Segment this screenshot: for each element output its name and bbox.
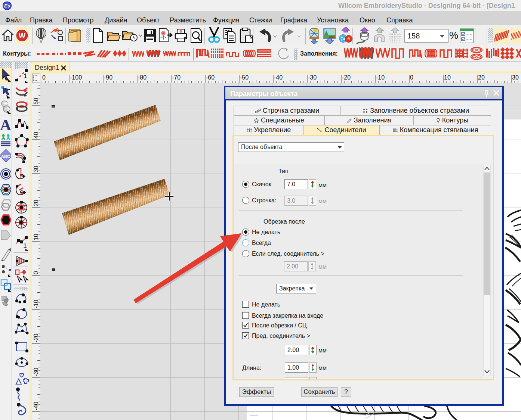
svg-text:-70: -70 bbox=[172, 74, 181, 81]
svg-text:-20: -20 bbox=[342, 74, 351, 81]
svg-text:-50: -50 bbox=[240, 74, 249, 81]
svg-text:30: 30 bbox=[512, 74, 519, 81]
svg-text:-30: -30 bbox=[33, 368, 39, 376]
svg-text:20: 20 bbox=[478, 74, 485, 81]
svg-text:Es: Es bbox=[4, 3, 10, 9]
svg-text:-20: -20 bbox=[33, 334, 39, 342]
svg-text:-10: -10 bbox=[33, 300, 39, 308]
svg-text:A: A bbox=[0, 117, 11, 133]
svg-text:10: 10 bbox=[444, 74, 451, 81]
svg-text:W: W bbox=[19, 32, 25, 40]
svg-text:1: 1 bbox=[24, 72, 27, 80]
svg-text:-40: -40 bbox=[33, 402, 39, 410]
svg-text:1: 1 bbox=[23, 242, 27, 249]
svg-text:0: 0 bbox=[42, 74, 46, 81]
svg-text:0: 0 bbox=[33, 271, 39, 274]
svg-text:-40: -40 bbox=[274, 74, 283, 81]
svg-text:10: 10 bbox=[33, 234, 39, 240]
svg-text:-90: -90 bbox=[104, 74, 112, 81]
svg-text:pto at: pto at bbox=[466, 33, 472, 35]
svg-text:pto at: pto at bbox=[466, 38, 472, 41]
svg-text:0: 0 bbox=[410, 74, 413, 81]
svg-text:40: 40 bbox=[33, 132, 39, 139]
svg-text:-10: -10 bbox=[376, 74, 385, 81]
svg-text:20: 20 bbox=[33, 200, 39, 206]
svg-text:-100: -100 bbox=[70, 74, 82, 81]
svg-text:-80: -80 bbox=[138, 74, 147, 81]
svg-text:-60: -60 bbox=[206, 74, 215, 81]
svg-text:50: 50 bbox=[33, 98, 39, 105]
svg-text:ABC: ABC bbox=[1, 154, 10, 159]
svg-text:-30: -30 bbox=[308, 74, 317, 81]
svg-text:30: 30 bbox=[33, 166, 39, 172]
